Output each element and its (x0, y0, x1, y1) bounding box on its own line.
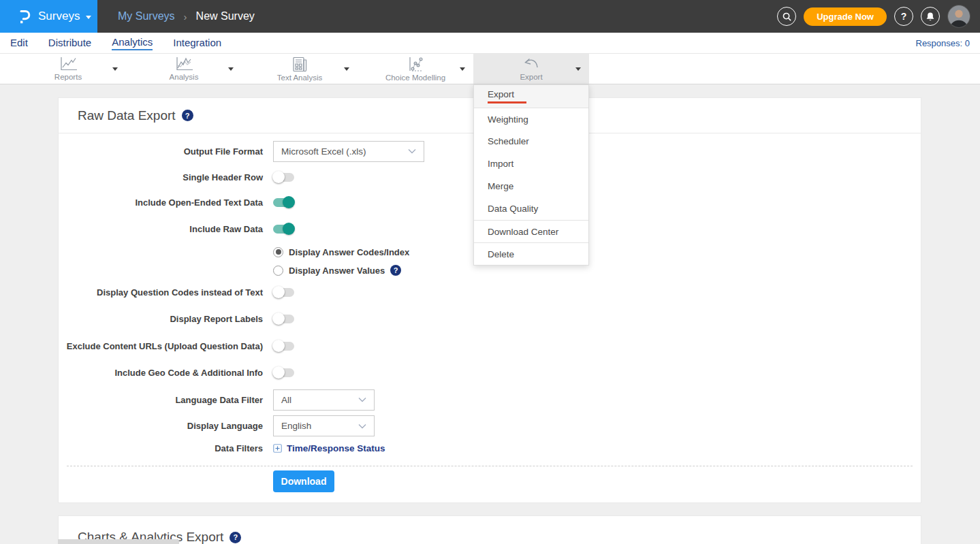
toggle-knob (272, 366, 285, 379)
menu-item-download-center[interactable]: Download Center (474, 220, 588, 242)
menu-item-scheduler[interactable]: Scheduler (474, 130, 588, 153)
help-icon[interactable]: ? (182, 110, 193, 121)
top-header: Surveys My Surveys › New Survey Upgrade … (0, 0, 980, 33)
chevron-down-icon[interactable] (575, 67, 581, 71)
selected-value: English (281, 421, 311, 431)
toolbar-reports[interactable]: Reports (10, 54, 126, 84)
answer-values-radio[interactable] (273, 266, 283, 276)
actions-row: Download (59, 466, 921, 502)
question-mark-icon: ? (901, 11, 907, 22)
tab-distribute[interactable]: Distribute (48, 37, 91, 50)
radio-label: Display Answer Codes/Index (289, 247, 409, 257)
toolbar-label: Text Analysis (277, 74, 322, 82)
export-dropdown-menu: Export Weighting Scheduler Import Merge … (473, 84, 589, 266)
field-label: Include Open-Ended Text Data (59, 197, 263, 208)
link-preview-tooltip (58, 539, 179, 544)
questionpro-logo-icon (16, 8, 32, 25)
exclude-content-urls-toggle[interactable] (273, 342, 294, 351)
form-row-data-filters: Data Filters Time/Response Status (59, 438, 921, 458)
toolbar-label: Choice Modelling (385, 74, 445, 82)
notifications-button[interactable] (921, 7, 940, 26)
breadcrumb-separator: › (184, 11, 187, 22)
field-label: Output File Format (59, 146, 263, 157)
app-window: Surveys My Surveys › New Survey Upgrade … (0, 0, 980, 544)
help-button[interactable]: ? (894, 7, 913, 26)
display-language-select[interactable]: English (273, 415, 375, 436)
output-format-select[interactable]: Microsoft Excel (.xls) (273, 141, 424, 162)
chevron-down-icon (358, 423, 366, 429)
field-label: Exclude Content URLs (Upload Question Da… (59, 341, 263, 351)
link-label: Time/Response Status (287, 443, 385, 453)
analytics-toolbar: Reports Analysis Text Analysis Choice Mo… (0, 54, 980, 84)
selected-value: All (281, 395, 291, 405)
menu-item-data-quality[interactable]: Data Quality (474, 197, 588, 220)
page-title: Raw Data Export (78, 108, 176, 123)
chevron-down-icon (86, 16, 91, 19)
product-name: Surveys (38, 10, 80, 23)
toolbar-label: Export (520, 73, 542, 81)
answer-codes-radio[interactable] (273, 247, 283, 257)
toggle-knob (272, 340, 285, 352)
toolbar-text-analysis[interactable]: Text Analysis (242, 54, 358, 84)
breadcrumb-my-surveys[interactable]: My Surveys (118, 10, 175, 22)
menu-item-delete[interactable]: Delete (474, 242, 588, 265)
chevron-down-icon[interactable] (112, 67, 118, 71)
field-label: Language Data Filter (59, 395, 263, 405)
selected-value: Microsoft Excel (.xls) (281, 146, 366, 157)
search-icon (782, 12, 792, 22)
user-avatar[interactable] (947, 5, 970, 28)
active-item-underline (488, 101, 526, 103)
toggle-knob (283, 223, 295, 235)
field-label: Include Raw Data (59, 224, 263, 234)
time-response-status-link[interactable]: Time/Response Status (273, 443, 385, 453)
search-button[interactable] (777, 7, 796, 26)
include-raw-data-toggle[interactable] (273, 225, 294, 234)
menu-item-label: Export (488, 89, 588, 99)
scatter-chart-icon (407, 57, 424, 72)
field-label: Single Header Row (59, 172, 263, 182)
report-labels-toggle[interactable] (273, 315, 294, 323)
field-label: Display Language (59, 421, 263, 431)
single-header-row-toggle[interactable] (273, 173, 294, 182)
menu-item-export[interactable]: Export (474, 85, 588, 108)
toggle-knob (283, 196, 295, 208)
geo-code-toggle[interactable] (273, 368, 294, 377)
language-filter-select[interactable]: All (273, 389, 375, 411)
bell-icon (926, 12, 935, 22)
chevron-down-icon[interactable] (228, 67, 234, 71)
menu-item-merge[interactable]: Merge (474, 175, 588, 197)
download-button[interactable]: Download (273, 470, 334, 492)
help-icon[interactable]: ? (230, 532, 241, 543)
tab-analytics[interactable]: Analytics (112, 36, 153, 50)
line-chart-icon (59, 57, 78, 71)
toolbar-label: Reports (54, 73, 82, 81)
product-switcher[interactable]: Surveys (0, 0, 97, 33)
chevron-down-icon[interactable] (460, 67, 465, 71)
breadcrumb-current-survey: New Survey (196, 10, 255, 22)
tab-edit[interactable]: Edit (10, 37, 28, 50)
menu-item-weighting[interactable]: Weighting (474, 108, 588, 130)
help-icon[interactable]: ? (390, 265, 401, 276)
toolbar-choice-modelling[interactable]: Choice Modelling (358, 54, 473, 84)
plus-square-icon (273, 444, 282, 453)
toolbar-analysis[interactable]: Analysis (126, 54, 242, 84)
upgrade-now-button[interactable]: Upgrade Now (804, 7, 887, 26)
form-row-language-filter: Language Data Filter All (59, 386, 921, 413)
breadcrumb: My Surveys › New Survey (118, 10, 255, 22)
responses-count: Responses: 0 (916, 38, 970, 48)
question-codes-toggle[interactable] (273, 288, 294, 297)
curved-arrow-icon (522, 57, 540, 71)
survey-tabs: Edit Distribute Analytics Integration Re… (0, 33, 980, 54)
tab-integration[interactable]: Integration (173, 37, 221, 50)
toolbar-label: Analysis (170, 73, 199, 81)
toggle-knob (272, 171, 285, 183)
form-row-report-labels: Display Report Labels (59, 305, 921, 332)
chevron-down-icon[interactable] (344, 67, 349, 71)
menu-item-import[interactable]: Import (474, 153, 588, 175)
include-open-ended-toggle[interactable] (273, 198, 294, 207)
toolbar-export[interactable]: Export (473, 54, 589, 84)
multi-line-chart-icon (175, 57, 193, 71)
field-label: Display Question Codes instead of Text (59, 287, 263, 298)
field-label: Data Filters (59, 443, 263, 453)
form-row-exclude-urls: Exclude Content URLs (Upload Question Da… (59, 332, 921, 359)
